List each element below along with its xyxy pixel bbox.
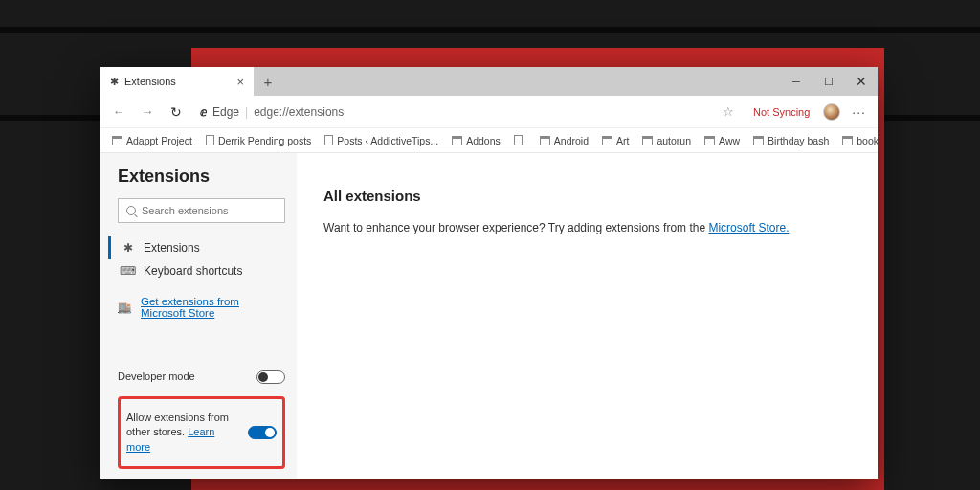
allow-other-stores-highlight: Allow extensions from other stores. Lear… [118,396,285,469]
maximize-button[interactable]: ☐ [813,67,845,96]
tab-title: Extensions [124,76,176,87]
file-icon [206,135,214,145]
favorite-star-icon[interactable]: ☆ [723,104,734,119]
sidebar-item-keyboard-shortcuts[interactable]: ⌨ Keyboard shortcuts [118,259,285,282]
bookmark-item[interactable]: autorun [636,133,697,148]
bookmarks-bar: Adappt ProjectDerrik Pending postsPosts … [100,128,878,153]
puzzle-icon: ✱ [110,76,119,88]
bookmark-label: Adappt Project [126,135,192,146]
back-icon[interactable]: ← [108,101,129,122]
extensions-sidebar: Extensions ✱ Extensions ⌨ Keyboard short… [100,153,297,479]
bookmark-item[interactable]: Android [534,133,594,148]
bookmark-label: Birthday bash [768,135,829,146]
bookmark-label: autorun [657,135,691,146]
developer-mode-toggle[interactable] [256,370,285,384]
folder-icon [112,136,122,145]
separator: | [245,105,248,119]
bookmark-label: Art [616,135,629,146]
address-bar[interactable]: ⅇ Edge | edge://extensions ☆ [194,104,740,119]
bookmark-item[interactable]: Art [596,133,635,148]
bookmark-label: Posts ‹ AddictiveTips... [337,135,438,146]
search-extensions-input[interactable] [118,198,285,223]
nav-toolbar: ← → ↻ ⅇ Edge | edge://extensions ☆ Not S… [100,96,878,128]
sidebar-item-label: Keyboard shortcuts [144,264,242,278]
file-icon [324,135,333,145]
edge-label: Edge [212,105,239,119]
file-icon [514,135,523,145]
bookmark-item[interactable] [508,133,532,147]
bookmark-item[interactable]: books [836,133,878,148]
developer-mode-row: Developer mode [118,364,285,390]
page-content: Extensions ✱ Extensions ⌨ Keyboard short… [100,153,878,479]
sidebar-title: Extensions [118,167,285,187]
close-tab-icon[interactable]: × [236,75,244,89]
allow-other-stores-row: Allow extensions from other stores. Lear… [126,405,277,460]
more-menu-icon[interactable]: ··· [848,104,870,120]
bookmark-label: Aww [719,135,740,146]
bookmark-item[interactable]: Derrik Pending posts [200,133,317,148]
folder-icon [753,136,764,145]
folder-icon [540,136,550,145]
profile-avatar[interactable] [823,103,840,121]
folder-icon [704,136,715,145]
folder-icon [602,136,612,145]
refresh-icon[interactable]: ↻ [166,101,187,122]
store-link-label: Get extensions from Microsoft Store [141,296,285,319]
extensions-main-panel: All extensions Want to enhance your brow… [297,153,878,479]
store-icon: 🏬 [118,301,131,314]
bookmark-label: Android [554,135,589,146]
folder-icon [842,136,853,145]
browser-tab-extensions[interactable]: ✱ Extensions × [100,67,254,96]
bookmark-label: books [857,135,878,146]
bookmark-item[interactable]: Adappt Project [106,133,198,148]
edge-icon: ⅇ [200,105,207,119]
forward-icon[interactable]: → [137,101,158,122]
sidebar-item-label: Extensions [144,241,200,255]
puzzle-icon: ✱ [122,241,134,255]
allow-other-stores-label: Allow extensions from other stores. Lear… [126,411,248,455]
window-titlebar: ✱ Extensions × + ─ ☐ ✕ [100,67,878,96]
search-field[interactable] [142,205,277,216]
extensions-empty-message: Want to enhance your browser experience?… [323,221,851,234]
bookmark-item[interactable]: Posts ‹ AddictiveTips... [319,133,444,148]
developer-mode-label: Developer mode [118,369,256,384]
folder-icon [642,136,653,145]
bookmark-label: Addons [466,135,501,146]
new-tab-button[interactable]: + [254,67,282,96]
window-controls: ─ ☐ ✕ [780,67,878,96]
allow-other-stores-toggle[interactable] [248,426,277,439]
close-window-button[interactable]: ✕ [845,67,878,96]
get-extensions-store-link[interactable]: 🏬 Get extensions from Microsoft Store [118,296,285,319]
all-extensions-heading: All extensions [323,188,851,204]
bookmark-item[interactable]: Aww [699,133,746,148]
browser-window: ✱ Extensions × + ─ ☐ ✕ ← → ↻ ⅇ Edge | ed… [100,67,878,479]
folder-icon [452,136,462,145]
bookmark-label: Derrik Pending posts [218,135,311,146]
url-text: edge://extensions [254,105,344,119]
sync-status[interactable]: Not Syncing [753,106,810,118]
bookmark-item[interactable]: Birthday bash [747,133,835,148]
microsoft-store-link[interactable]: Microsoft Store. [708,221,789,234]
sidebar-item-extensions[interactable]: ✱ Extensions [108,236,285,259]
minimize-button[interactable]: ─ [780,67,813,96]
search-icon [126,206,136,215]
keyboard-icon: ⌨ [122,264,134,278]
bookmark-item[interactable]: Addons [446,133,506,148]
